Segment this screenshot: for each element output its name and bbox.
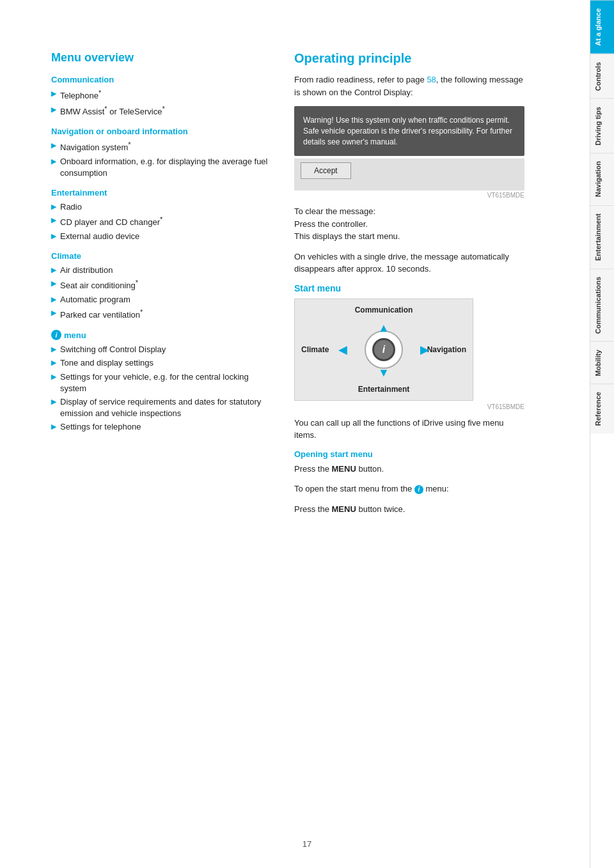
list-item: ▶ Settings for telephone [51,421,269,433]
arrow-down-icon: ▼ [378,366,390,380]
sidebar-tab-controls[interactable]: Controls [590,54,614,98]
diagram-communication: Communication [355,306,413,314]
sidebar-tab-navigation[interactable]: Navigation [590,153,614,205]
arrow-up-icon: ▲ [378,322,390,335]
list-item: ▶ BMW Assist* or TeleService* [51,104,269,118]
entertainment-list: ▶ Radio ▶ CD player and CD changer* ▶ Ex… [51,201,269,242]
step2-text: To open the start menu from the i menu: [294,483,524,495]
arrow-icon: ▶ [51,295,56,304]
warning-caption: VT615BMDE [294,192,524,199]
idrive-text: You can call up all the functions of iDr… [294,417,524,442]
sidebar-tab-reference[interactable]: Reference [590,384,614,433]
arrow-icon: ▶ [51,202,56,212]
accept-area: Accept [294,159,524,190]
diagram-climate: Climate [301,345,329,354]
menu-overview-title: Menu overview [51,51,269,65]
list-item: ▶ Switching off Control Display [51,344,269,355]
sidebar: At a glance Controls Driving tips Naviga… [590,0,614,868]
single-drive-text: On vehicles with a single drive, the mes… [294,251,524,275]
communication-heading: Communication [51,75,269,84]
i-inline-icon: i [414,485,423,494]
list-item: ▶ Settings for your vehicle, e.g. for th… [51,371,269,394]
list-item: ▶ Tone and display settings [51,357,269,369]
list-item: ▶ Radio [51,201,269,213]
arrow-icon: ▶ [51,265,56,275]
list-item: ▶ Onboard information, e.g. for displayi… [51,156,269,179]
page-number: 17 [303,839,311,849]
i-icon: i [51,330,61,340]
clear-message-text: To clear the message: Press the controll… [294,205,524,243]
menu-bold-2: MENU [332,504,356,514]
arrow-left-icon: ◀ [338,343,347,357]
i-center-icon: i [382,344,385,355]
imenu-heading: i menu [51,330,269,340]
navigation-heading: Navigation or onboard information [51,127,269,136]
left-column: Menu overview Communication ▶ Telephone*… [51,51,269,842]
sidebar-tab-mobility[interactable]: Mobility [590,341,614,384]
sidebar-tab-driving-tips[interactable]: Driving tips [590,98,614,153]
step1-text: Press the MENU button. [294,463,524,476]
list-item: ▶ Parked car ventilation* [51,307,269,322]
arrow-icon: ▶ [51,215,56,225]
page-container: Menu overview Communication ▶ Telephone*… [0,0,614,868]
entertainment-heading: Entertainment [51,188,269,198]
navigation-list: ▶ Navigation system* ▶ Onboard informati… [51,140,269,179]
main-content: Menu overview Communication ▶ Telephone*… [0,0,590,868]
arrow-icon: ▶ [51,89,56,98]
climate-list: ▶ Air distribution ▶ Seat air conditioni… [51,265,269,321]
arrow-icon: ▶ [51,372,56,382]
diagram-navigation: Navigation [427,345,466,354]
arrow-icon: ▶ [51,141,56,150]
arrow-icon: ▶ [51,397,56,407]
right-column: Operating principle From radio readiness… [294,51,524,842]
intro-text: From radio readiness, refer to page 58, … [294,74,524,98]
diagram-entertainment: Entertainment [358,385,410,394]
communication-list: ▶ Telephone* ▶ BMW Assist* or TeleServic… [51,88,269,118]
arrow-icon: ▶ [51,231,56,241]
warning-text: Warning! Use this system only when traff… [303,116,512,146]
step3-text: Press the MENU button twice. [294,503,524,516]
diagram-caption: VT615BMDE [294,403,524,410]
start-menu-title: Start menu [294,283,524,293]
accept-button[interactable]: Accept [301,162,351,179]
arrow-right-icon: ▶ [420,343,429,357]
arrow-icon: ▶ [51,308,56,318]
list-item: ▶ Telephone* [51,88,269,102]
list-item: ▶ Seat air conditioning* [51,278,269,292]
imenu-list: ▶ Switching off Control Display ▶ Tone a… [51,344,269,433]
arrow-icon: ▶ [51,358,56,368]
diagram-center-icon: i [372,338,395,361]
list-item: ▶ CD player and CD changer* [51,215,269,229]
climate-heading: Climate [51,251,269,261]
list-item: ▶ Navigation system* [51,140,269,154]
arrow-icon: ▶ [51,345,56,354]
list-item: ▶ Air distribution [51,265,269,276]
idrive-diagram: Communication Climate Navigation Enterta… [294,298,473,401]
page-link[interactable]: 58 [427,75,436,84]
menu-bold-1: MENU [332,464,356,474]
list-item: ▶ Display of service requirements and da… [51,396,269,419]
opening-title: Opening start menu [294,449,524,459]
warning-box: Warning! Use this system only when traff… [294,106,524,156]
arrow-icon: ▶ [51,422,56,431]
arrow-icon: ▶ [51,157,56,166]
sidebar-tab-at-a-glance[interactable]: At a glance [590,0,614,54]
arrow-icon: ▶ [51,279,56,288]
arrow-icon: ▶ [51,105,56,114]
sidebar-tab-communications[interactable]: Communications [590,268,614,341]
operating-principle-title: Operating principle [294,51,524,66]
list-item: ▶ External audio device [51,231,269,242]
diagram-center: i [365,330,403,369]
sidebar-tab-entertainment[interactable]: Entertainment [590,205,614,268]
list-item: ▶ Automatic program [51,294,269,306]
